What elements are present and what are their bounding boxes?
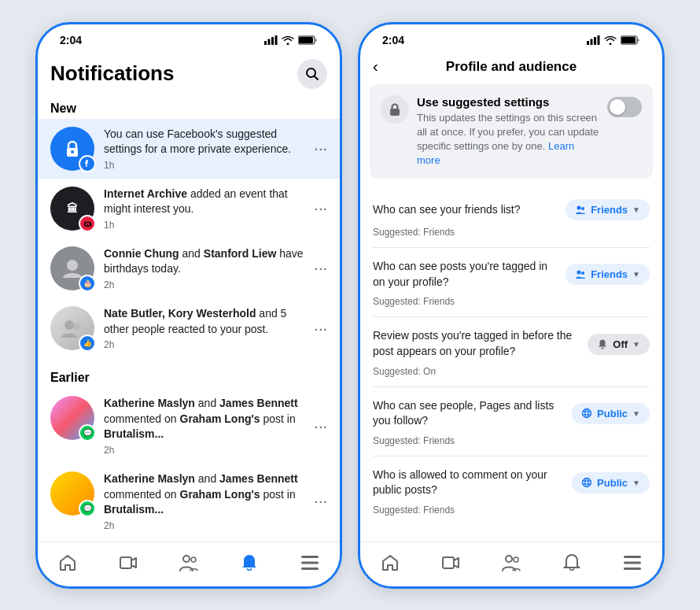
section-earlier-label: Earlier [38, 364, 340, 388]
svg-point-35 [583, 479, 591, 487]
notification-avatar [50, 127, 94, 171]
bell-icon [563, 553, 580, 572]
fb-icon [83, 159, 92, 168]
more-options-button[interactable]: ··· [308, 139, 327, 157]
setting-value-button[interactable]: Friends ▼ [566, 199, 650, 220]
notification-text: Connie Chung and Stanford Liew have birt… [104, 246, 308, 277]
nav-video-button[interactable] [433, 550, 468, 575]
notification-text: Internet Archive added an event that mig… [104, 187, 308, 217]
nav-menu-button[interactable] [615, 550, 650, 575]
nav-notifications-button[interactable] [554, 550, 589, 575]
notification-avatar: 💬 [50, 396, 94, 440]
setting-value-label: Friends [591, 268, 628, 280]
nav-notifications-button[interactable] [232, 550, 267, 575]
notifications-header: Notifications [38, 50, 340, 95]
setting-value-label: Public [597, 408, 628, 420]
setting-value-label: Public [597, 477, 628, 489]
svg-point-15 [183, 556, 190, 562]
setting-question: Who can see your friends list? [373, 202, 566, 218]
left-phone: 2:04 [35, 22, 342, 589]
svg-rect-17 [301, 556, 319, 558]
notification-item[interactable]: You can use Facebook's suggested setting… [38, 119, 340, 179]
avatar-badge [79, 155, 96, 172]
notification-avatar: 👍 [50, 306, 94, 350]
notification-time: 2h [104, 339, 308, 350]
back-button[interactable]: ‹ [373, 57, 378, 76]
svg-rect-1 [268, 39, 271, 45]
svg-point-36 [585, 479, 588, 487]
more-options-button[interactable]: ··· [308, 417, 327, 435]
svg-point-16 [191, 557, 196, 562]
nav-friends-button[interactable] [171, 550, 206, 575]
nav-menu-button[interactable] [293, 550, 327, 575]
menu-icon [624, 556, 641, 570]
notification-time: 1h [104, 160, 308, 171]
globe-icon [581, 408, 592, 419]
search-button[interactable] [297, 59, 327, 89]
setting-row: Who is allowed to comment on your public… [360, 457, 662, 503]
nav-home-button[interactable] [50, 550, 85, 575]
setting-row: Who can see your friends list? Friends ▼ [360, 188, 662, 225]
more-options-button[interactable]: ··· [308, 199, 327, 217]
more-options-button[interactable]: ··· [308, 492, 327, 510]
status-bar-left: 2:04 [38, 24, 340, 50]
more-options-button[interactable]: ··· [308, 320, 327, 338]
notification-item[interactable]: 👍 Nate Butler, Kory Westerhold and 5 oth… [38, 298, 340, 358]
notification-item[interactable]: 🏛 🎟 Internet Archive added an event that… [38, 179, 340, 238]
lock-icon [61, 138, 83, 160]
svg-line-7 [315, 76, 319, 79]
setting-value-button[interactable]: Public ▼ [572, 403, 650, 424]
setting-value-button[interactable]: Off ▼ [588, 334, 650, 355]
setting-suggested: Suggested: Friends [360, 434, 662, 456]
bell-active-icon [241, 553, 258, 572]
profile-audience-header: ‹ Profile and audience [360, 50, 662, 81]
battery-icon [621, 35, 640, 45]
home-icon [58, 553, 77, 572]
notification-text: Katherine Maslyn and James Bennett comme… [104, 396, 308, 442]
bell-icon [597, 338, 608, 349]
nav-friends-button[interactable] [494, 550, 529, 575]
svg-point-40 [506, 556, 512, 562]
section-new-label: New [38, 95, 340, 119]
setting-value-button[interactable]: Friends ▼ [566, 264, 650, 285]
svg-rect-22 [594, 37, 596, 45]
notification-item[interactable]: 🎂 Connie Chung and Stanford Liew have bi… [38, 238, 340, 298]
chevron-down-icon: ▼ [632, 270, 640, 279]
nav-home-button[interactable] [373, 550, 407, 575]
notification-content: Katherine Maslyn and James Bennett comme… [104, 471, 308, 531]
notification-content: Internet Archive added an event that mig… [104, 187, 308, 231]
right-phone: 2:04 [358, 22, 665, 589]
svg-rect-20 [587, 41, 589, 45]
svg-rect-3 [275, 35, 278, 45]
more-options-button[interactable]: ··· [308, 259, 327, 277]
search-icon [305, 67, 319, 81]
chevron-down-icon: ▼ [632, 479, 640, 487]
nav-video-button[interactable] [111, 550, 146, 575]
profile-audience-content: Use suggested settings This updates the … [360, 81, 662, 542]
notification-item[interactable]: 💬 Katherine Maslyn and James Bennett com… [38, 464, 340, 539]
setting-question: Who can see people, Pages and lists you … [373, 398, 572, 429]
globe-icon [581, 477, 592, 488]
svg-rect-25 [621, 37, 636, 43]
friends-icon [179, 553, 199, 572]
friends-icon [575, 205, 586, 216]
status-bar-right: 2:04 [360, 24, 662, 50]
notification-item[interactable]: 💬 Katherine Maslyn and James Bennett com… [38, 388, 340, 464]
toggle-switch[interactable] [607, 97, 642, 117]
setting-follow-list: Who can see people, Pages and lists you … [360, 387, 662, 456]
svg-point-28 [581, 207, 584, 210]
friends-icon [575, 269, 586, 280]
avatar-badge: 👍 [79, 335, 96, 352]
page-title: Profile and audience [446, 59, 577, 75]
notification-content: Nate Butler, Kory Westerhold and 5 other… [104, 306, 308, 350]
svg-rect-0 [264, 41, 267, 45]
status-time-left: 2:04 [60, 34, 82, 46]
friends-icon [501, 553, 521, 572]
setting-value-button[interactable]: Public ▼ [572, 472, 650, 494]
suggested-settings-row: Use suggested settings This updates the … [381, 95, 642, 168]
battery-icon [298, 35, 318, 45]
avatar-badge: 💬 [79, 500, 96, 517]
status-icons-right [587, 35, 640, 45]
notification-item[interactable]: 💬 Katherine Maslyn and James ··· [38, 539, 340, 542]
menu-icon [301, 556, 319, 570]
